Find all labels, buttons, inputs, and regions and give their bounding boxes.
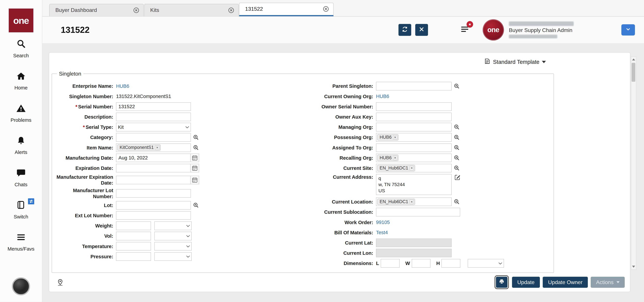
- lot-input[interactable]: [116, 201, 191, 210]
- current-owning-org-link[interactable]: HUB6: [376, 93, 389, 99]
- item-name-field[interactable]: KitComponentS1: [116, 143, 191, 152]
- lookup-icon[interactable]: [193, 134, 199, 141]
- sidebar-item-alerts[interactable]: Alerts: [15, 136, 27, 155]
- work-order-link[interactable]: 99105: [376, 219, 390, 225]
- refresh-button[interactable]: [398, 24, 411, 36]
- enterprise-name-link[interactable]: HUB6: [116, 83, 129, 89]
- expiration-date-input[interactable]: [116, 164, 191, 172]
- template-selector[interactable]: Standard Template: [52, 57, 628, 67]
- lookup-icon[interactable]: [454, 145, 460, 151]
- manufacturer-lot-number-input[interactable]: [116, 189, 191, 198]
- lookup-icon[interactable]: [454, 83, 460, 89]
- tab-buyer-dashboard[interactable]: Buyer Dashboard: [49, 4, 144, 16]
- serial-type-select[interactable]: Kit: [116, 123, 191, 131]
- user-role: Buyer Supply Chain Admin: [509, 27, 574, 33]
- assigned-to-org-input[interactable]: [376, 143, 452, 152]
- field-current-site: Current Site: EN_Hub6DC1: [317, 164, 554, 172]
- manufacturing-date-input[interactable]: [116, 153, 191, 162]
- profile-avatar[interactable]: [12, 277, 30, 296]
- chip-remove-icon[interactable]: [410, 166, 414, 170]
- chip-remove-icon[interactable]: [393, 135, 398, 140]
- favorites-menu-button[interactable]: [460, 24, 470, 35]
- field-serial-number: *Serial Number:: [54, 102, 317, 111]
- field-label: Recalling Org:: [317, 155, 376, 161]
- chip-remove-icon[interactable]: [155, 146, 160, 150]
- calendar-icon[interactable]: [190, 153, 199, 162]
- calendar-icon[interactable]: [190, 164, 199, 172]
- dimension-unit-select[interactable]: [468, 259, 504, 268]
- tab-131522[interactable]: 131522: [239, 3, 334, 16]
- field-label: *Serial Type:: [54, 124, 116, 130]
- field-current-lon: Current Lon:: [317, 249, 554, 257]
- lookup-icon[interactable]: [454, 134, 460, 141]
- sidebar-item-chats[interactable]: Chats: [14, 168, 28, 187]
- chip-label: EN_Hub6DC1: [380, 199, 408, 204]
- owner-serial-number-input[interactable]: [376, 102, 452, 111]
- warning-triangle-icon: [16, 103, 26, 115]
- tab-close-icon[interactable]: [133, 7, 139, 13]
- chip: KitComponentS1: [117, 144, 161, 151]
- lookup-icon[interactable]: [193, 145, 199, 151]
- managing-org-input[interactable]: [376, 123, 452, 131]
- weight-unit-select[interactable]: [154, 221, 192, 230]
- chip-remove-icon[interactable]: [393, 155, 398, 160]
- scroll-up-arrow[interactable]: [631, 57, 636, 62]
- current-site-field[interactable]: EN_Hub6DC1: [376, 164, 452, 172]
- description-input[interactable]: [116, 113, 191, 121]
- lookup-icon[interactable]: [454, 199, 460, 205]
- vol-input[interactable]: [116, 232, 151, 240]
- possessing-org-field[interactable]: HUB6: [376, 133, 452, 142]
- sidebar-item-switch[interactable]: Switch: [14, 200, 28, 219]
- scrollbar-track[interactable]: [631, 62, 636, 264]
- print-button[interactable]: [496, 277, 508, 288]
- current-location-field[interactable]: EN_Hub6DC1: [376, 197, 452, 206]
- recalling-org-field[interactable]: HUB6: [376, 153, 452, 162]
- update-button[interactable]: Update: [512, 277, 540, 288]
- sidebar-item-problems[interactable]: Problems: [10, 103, 31, 123]
- manufacturer-expiration-date-input[interactable]: [116, 176, 191, 184]
- lookup-icon[interactable]: [454, 155, 460, 161]
- chip-remove-icon[interactable]: [410, 199, 414, 204]
- edit-address-icon[interactable]: [454, 174, 461, 180]
- tab-close-icon[interactable]: [228, 7, 234, 13]
- temperature-input[interactable]: [116, 242, 151, 251]
- field-label: Assigned To Org:: [317, 145, 376, 151]
- dimension-l-input[interactable]: [381, 259, 400, 268]
- bill-of-materials-link[interactable]: Test4: [376, 230, 388, 235]
- current-address-box[interactable]: q w, TN 75244 US: [376, 174, 452, 195]
- field-label: Manufacturer Lot Number:: [54, 187, 116, 199]
- category-input[interactable]: [116, 133, 191, 142]
- serial-number-input[interactable]: [116, 102, 191, 111]
- pressure-input[interactable]: [116, 252, 151, 261]
- sidebar-item-search[interactable]: Search: [13, 39, 29, 58]
- pressure-unit-select[interactable]: [154, 252, 192, 261]
- tab-kits[interactable]: Kits: [144, 4, 239, 16]
- user-menu-dropdown-button[interactable]: [621, 24, 635, 35]
- lookup-icon[interactable]: [193, 202, 199, 208]
- field-manufacturer-expiration-date: Manufacturer Expiration Date:: [54, 174, 317, 186]
- location-history-icon[interactable]: [56, 279, 64, 286]
- lookup-icon[interactable]: [454, 165, 460, 171]
- actions-button[interactable]: Actions: [591, 277, 625, 288]
- calendar-icon[interactable]: [190, 176, 199, 184]
- sidebar-item-menus-favs[interactable]: Menus/Favs: [8, 232, 34, 252]
- close-view-button[interactable]: [415, 24, 428, 36]
- sidebar-item-home[interactable]: Home: [14, 71, 28, 91]
- lookup-icon[interactable]: [454, 124, 460, 130]
- scroll-down-arrow[interactable]: [631, 264, 636, 269]
- vol-unit-select[interactable]: [154, 232, 192, 240]
- owner-aux-key-input[interactable]: [376, 113, 452, 121]
- dimension-w-input[interactable]: [412, 259, 431, 268]
- temperature-unit-select[interactable]: [154, 242, 192, 251]
- current-sublocation-input[interactable]: [376, 208, 460, 216]
- dimension-h-input[interactable]: [442, 259, 460, 268]
- parent-singleton-input[interactable]: [376, 82, 452, 90]
- weight-input[interactable]: [116, 221, 151, 230]
- field-label: Vol:: [54, 233, 116, 239]
- ext-lot-number-input[interactable]: [116, 211, 191, 220]
- tab-close-icon[interactable]: [323, 6, 329, 12]
- update-owner-button[interactable]: Update Owner: [543, 277, 588, 288]
- vertical-scrollbar[interactable]: [631, 56, 636, 270]
- form-column-left: Enterprise Name: HUB6 Singleton Number: …: [54, 82, 317, 269]
- scrollbar-thumb[interactable]: [632, 63, 635, 82]
